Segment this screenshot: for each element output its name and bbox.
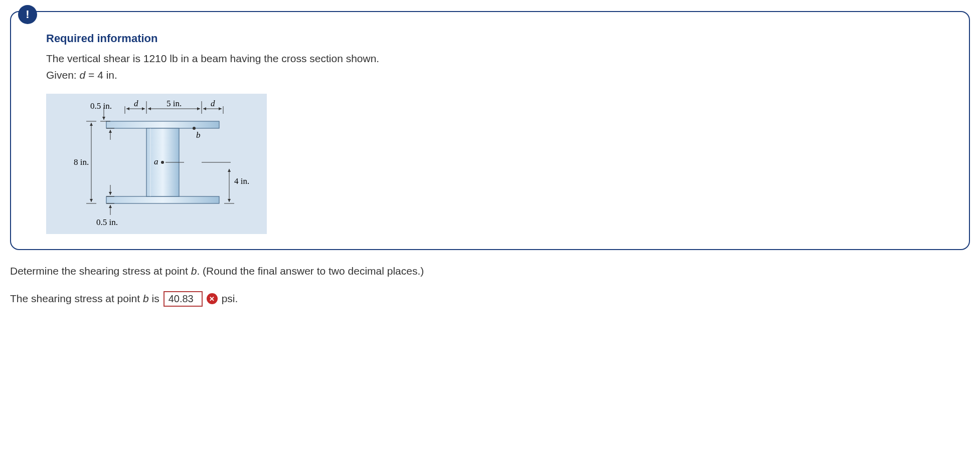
problem-line-2: Given: d = 4 in.	[46, 68, 939, 82]
required-info-card: ! Required information The vertical shea…	[10, 11, 970, 250]
answer-prefix: The shearing stress at point b is	[10, 293, 159, 305]
answer-mid: is	[149, 293, 159, 304]
point-b-label: b	[196, 130, 201, 140]
dim-4in: 4 in.	[234, 176, 249, 186]
svg-rect-0	[106, 121, 219, 128]
dim-5in: 5 in.	[167, 99, 182, 108]
dim-8in: 8 in.	[74, 157, 89, 167]
question-prefix: Determine the shearing stress at point	[10, 265, 191, 277]
incorrect-icon-glyph: ✕	[209, 295, 215, 303]
dim-d-right: d	[211, 99, 215, 108]
question-point: b	[191, 265, 197, 277]
svg-point-22	[161, 161, 164, 164]
question-suffix: . (Round the final answer to two decimal…	[197, 265, 424, 277]
answer-prefix-text: The shearing stress at point	[10, 293, 143, 304]
answer-unit: psi.	[222, 293, 238, 305]
question-text: Determine the shearing stress at point b…	[10, 265, 970, 277]
answer-input[interactable]	[164, 291, 203, 307]
alert-icon: !	[18, 5, 37, 24]
point-a-label: a	[154, 157, 158, 166]
incorrect-icon: ✕	[207, 293, 218, 304]
given-prefix: Given:	[46, 69, 80, 81]
dim-d-left: d	[134, 99, 138, 108]
problem-line-1: The vertical shear is 1210 lb in a beam …	[46, 51, 939, 66]
answer-row: The shearing stress at point b is ✕ psi.	[10, 291, 970, 307]
svg-rect-1	[106, 196, 219, 203]
given-variable: d	[80, 69, 86, 81]
dim-top-thickness: 0.5 in.	[90, 101, 112, 111]
svg-point-24	[193, 127, 196, 130]
dim-bottom-thickness: 0.5 in.	[96, 217, 118, 227]
alert-icon-glyph: !	[26, 8, 29, 21]
answer-point: b	[143, 293, 149, 304]
cross-section-diagram: d 5 in. d 0.5 in. 8 in. 0.5 in. a	[46, 94, 267, 234]
required-heading: Required information	[46, 32, 939, 45]
given-value: = 4 in.	[85, 69, 117, 81]
